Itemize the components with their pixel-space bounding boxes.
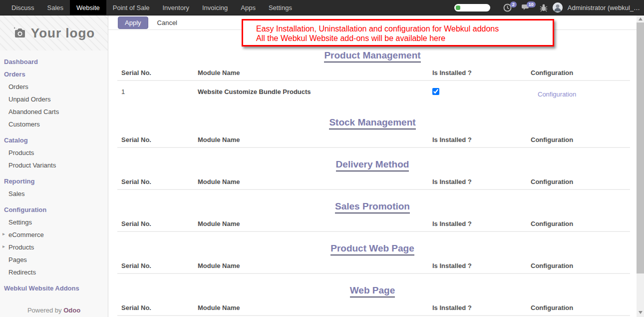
sidebar-item-abandoned-carts[interactable]: Abandoned Carts <box>0 106 108 118</box>
annotation-line-2: All the Webkul Website add-ons will be a… <box>256 34 550 43</box>
col-serial: Serial No. <box>121 304 198 312</box>
messages-button[interactable]: 10 <box>522 4 531 12</box>
vertical-scrollbar[interactable] <box>637 16 644 317</box>
bug-icon <box>540 4 548 12</box>
sidebar-item-settings[interactable]: Settings <box>0 216 108 228</box>
configuration-link[interactable]: Configuration <box>538 90 576 98</box>
top-nav-menu: Discuss Sales Website Point of Sale Inve… <box>5 0 299 15</box>
sidebar-item-sales-report[interactable]: Sales <box>0 188 108 200</box>
messages-badge: 10 <box>527 2 536 8</box>
is-installed-checkbox[interactable] <box>432 88 439 95</box>
section-title[interactable]: Stock Management <box>329 117 415 130</box>
cancel-button[interactable]: Cancel <box>157 19 177 26</box>
nav-item-website[interactable]: Website <box>70 0 106 15</box>
table-header: Serial No. Module Name Is Installed ? Co… <box>117 262 630 270</box>
scroll-up-arrow[interactable] <box>637 16 644 22</box>
divider <box>117 147 630 148</box>
company-logo[interactable]: Your logo <box>0 16 108 50</box>
section-title[interactable]: Web Page <box>350 285 395 298</box>
chevron-right-icon: ▸ <box>2 231 5 236</box>
annotation-callout: Easy Installation, Uninstallation and co… <box>242 19 554 46</box>
section-title[interactable]: Product Management <box>324 50 420 62</box>
sidebar-item-products-config[interactable]: ▸Products <box>0 241 108 254</box>
triangle-down-icon <box>639 311 643 314</box>
col-module: Module Name <box>198 220 432 228</box>
col-module: Module Name <box>198 304 432 312</box>
col-module: Module Name <box>198 178 432 186</box>
col-serial: Serial No. <box>121 136 198 144</box>
sidebar-heading-catalog[interactable]: Catalog <box>0 134 108 146</box>
section-title[interactable]: Sales Promotion <box>335 201 410 214</box>
sidebar-item-webkul-website-addons[interactable]: Webkul Website Addons <box>0 282 108 294</box>
section-title[interactable]: Delivery Method <box>336 159 409 172</box>
sidebar-heading-reporting[interactable]: Reporting <box>0 175 108 188</box>
sidebar-item-dashboard[interactable]: Dashboard <box>0 56 108 68</box>
col-configuration: Configuration <box>531 262 630 270</box>
main-content: Apply Cancel Product Management Serial N… <box>108 16 637 317</box>
divider <box>117 273 630 274</box>
table-row: 1 Website Customize Bundle Products Conf… <box>117 81 630 106</box>
sidebar-item-customers[interactable]: Customers <box>0 118 108 130</box>
chevron-right-icon: ▸ <box>2 244 5 249</box>
col-serial: Serial No. <box>121 69 198 76</box>
odoo-backend-page: Discuss Sales Website Point of Sale Inve… <box>0 0 644 317</box>
divider <box>117 315 630 316</box>
section-web-page: Web Page Serial No. Module Name Is Insta… <box>108 285 637 316</box>
nav-item-discuss[interactable]: Discuss <box>5 0 41 15</box>
nav-item-invoicing[interactable]: Invoicing <box>196 0 234 15</box>
nav-item-inventory[interactable]: Inventory <box>156 0 196 15</box>
sidebar-item-pages[interactable]: Pages <box>0 254 108 266</box>
logo-text: Your logo <box>31 26 95 41</box>
annotation-line-1: Easy Installation, Uninstallation and co… <box>256 24 550 34</box>
debug-button[interactable] <box>540 4 548 12</box>
powered-by: Powered by Odoo <box>0 306 108 314</box>
table-header: Serial No. Module Name Is Installed ? Co… <box>117 178 630 186</box>
nav-item-sales[interactable]: Sales <box>41 0 70 15</box>
sidebar-item-orders[interactable]: Orders <box>0 80 108 93</box>
progress-fill <box>456 6 460 10</box>
top-nav: Discuss Sales Website Point of Sale Inve… <box>0 0 644 16</box>
col-configuration: Configuration <box>531 220 630 228</box>
odoo-brand-link[interactable]: Odoo <box>63 306 80 314</box>
nav-item-apps[interactable]: Apps <box>234 0 262 15</box>
section-product-web-page: Product Web Page Serial No. Module Name … <box>108 243 637 274</box>
nav-item-settings[interactable]: Settings <box>262 0 299 15</box>
progress-pill <box>454 4 490 12</box>
serial-cell: 1 <box>121 88 198 96</box>
addon-sections: Product Management Serial No. Module Nam… <box>108 30 637 316</box>
sidebar-item-ecommerce[interactable]: ▸eCommerce <box>0 228 108 241</box>
col-installed: Is Installed ? <box>432 262 531 270</box>
sidebar-item-products[interactable]: Products <box>0 146 108 159</box>
avatar[interactable] <box>553 2 563 12</box>
col-installed: Is Installed ? <box>432 178 531 186</box>
scrollbar-thumb[interactable] <box>637 22 644 274</box>
scroll-down-arrow[interactable] <box>637 309 644 316</box>
user-menu[interactable]: Administrator (webkul_… <box>568 4 640 12</box>
section-delivery-method: Delivery Method Serial No. Module Name I… <box>108 159 637 190</box>
sidebar-item-unpaid-orders[interactable]: Unpaid Orders <box>0 93 108 106</box>
col-installed: Is Installed ? <box>432 304 531 312</box>
powered-by-text: Powered by <box>27 306 62 314</box>
triangle-up-icon <box>639 18 643 20</box>
section-title[interactable]: Product Web Page <box>330 243 414 256</box>
module-name-cell: Website Customize Bundle Products <box>198 88 432 96</box>
nav-item-point-of-sale[interactable]: Point of Sale <box>106 0 156 15</box>
col-module: Module Name <box>198 69 432 76</box>
col-installed: Is Installed ? <box>432 136 531 144</box>
camera-icon <box>13 27 26 39</box>
sidebar-item-redirects[interactable]: Redirects <box>0 266 108 278</box>
sidebar-heading-orders[interactable]: Orders <box>0 68 108 80</box>
sidebar-heading-configuration[interactable]: Configuration <box>0 204 108 216</box>
section-product-management: Product Management Serial No. Module Nam… <box>108 50 637 106</box>
apply-button[interactable]: Apply <box>118 16 148 29</box>
activities-button[interactable]: 2 <box>503 4 512 12</box>
col-installed: Is Installed ? <box>432 69 531 76</box>
table-header: Serial No. Module Name Is Installed ? Co… <box>117 136 630 144</box>
installed-cell <box>432 88 531 96</box>
sidebar-menu: Dashboard Orders Orders Unpaid Orders Ab… <box>0 50 108 294</box>
section-stock-management: Stock Management Serial No. Module Name … <box>108 117 637 148</box>
sidebar-item-product-variants[interactable]: Product Variants <box>0 159 108 172</box>
divider <box>117 231 630 232</box>
top-nav-right: 2 10 Administrator ( <box>454 2 644 12</box>
col-configuration: Configuration <box>531 136 630 144</box>
